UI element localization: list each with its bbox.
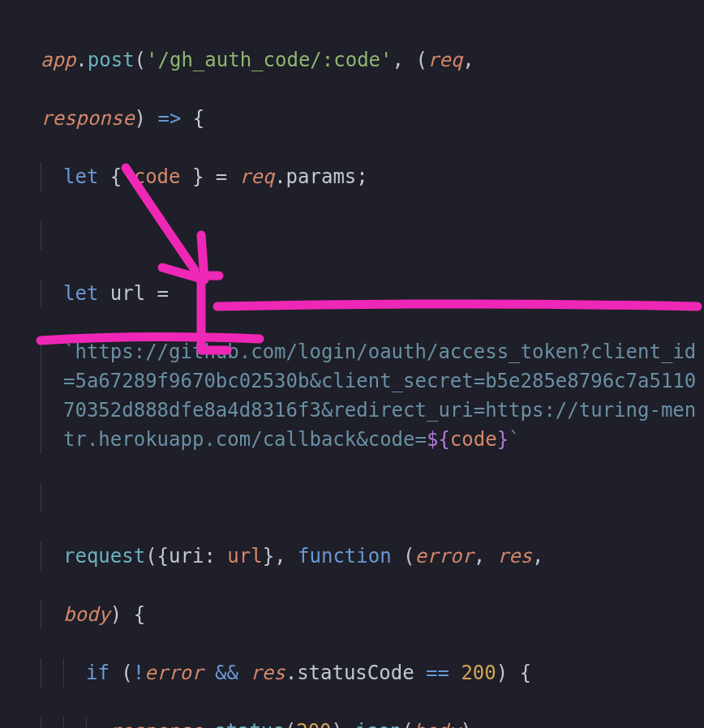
method-status: status xyxy=(214,720,285,728)
param-req: req xyxy=(427,49,462,71)
code-line: response) => { xyxy=(41,104,704,133)
and-operator: && xyxy=(204,662,251,684)
identifier-app: app xyxy=(41,49,75,71)
code-line: if (!error && res.statusCode == 200) { xyxy=(41,658,704,687)
code-line: let url = xyxy=(41,279,704,308)
number-literal: 200 xyxy=(461,662,496,684)
key-uri: uri xyxy=(169,545,204,567)
property-statusCode: statusCode xyxy=(297,662,414,684)
keyword-if: if xyxy=(86,662,109,684)
identifier-body: body xyxy=(414,720,461,728)
identifier-url: url xyxy=(110,282,145,305)
template-var-code: code xyxy=(450,428,497,451)
keyword-let: let xyxy=(63,165,110,188)
identifier-response: response xyxy=(109,720,203,728)
destructure-code: code xyxy=(134,165,181,188)
param-error: error xyxy=(415,545,474,567)
template-dollar-open: ${ xyxy=(427,428,450,451)
blank-line xyxy=(41,483,704,512)
template-dollar-close: } xyxy=(497,428,509,451)
property-params: params xyxy=(286,165,357,188)
param-body: body xyxy=(63,603,110,626)
code-editor[interactable]: app.post('/gh_auth_code/:code', (req, re… xyxy=(0,0,704,728)
identifier-req: req xyxy=(239,165,274,188)
number-literal: 200 xyxy=(296,720,331,728)
identifier-error: error xyxy=(144,662,203,684)
code-line: request({uri: url}, function (error, res… xyxy=(41,542,704,571)
code-line: app.post('/gh_auth_code/:code', (req, xyxy=(41,45,704,75)
bang-operator: ! xyxy=(133,662,144,684)
eqeq-operator: == xyxy=(414,662,461,684)
param-response: response xyxy=(41,107,135,130)
method-post: post xyxy=(88,49,135,71)
method-json: json xyxy=(354,720,401,728)
code-line: response.status(200).json(body) xyxy=(41,717,704,728)
keyword-let: let xyxy=(63,282,110,305)
code-line: body) { xyxy=(41,600,704,629)
backtick-close: ` xyxy=(509,428,520,451)
param-res: res xyxy=(497,545,532,567)
backtick-open: ` xyxy=(63,340,75,363)
route-string: '/gh_auth_code/:code' xyxy=(146,49,392,71)
identifier-res: res xyxy=(250,662,285,684)
keyword-function: function xyxy=(298,545,392,567)
blank-line xyxy=(41,221,704,250)
function-request: request xyxy=(63,545,145,567)
arrow-operator: => xyxy=(146,107,193,130)
code-line: let { code } = req.params; xyxy=(41,162,704,191)
identifier-url: url xyxy=(227,545,262,567)
url-template-string: https://github.com/login/oauth/access_to… xyxy=(63,340,696,451)
template-literal-line: `https://github.com/login/oauth/access_t… xyxy=(41,337,704,454)
